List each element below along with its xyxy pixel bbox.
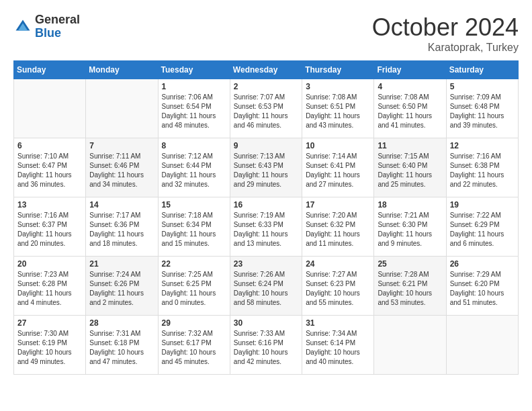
day-number: 30 xyxy=(234,318,298,328)
day-header-monday: Monday xyxy=(86,61,158,79)
calendar-week-row: 27Sunrise: 7:30 AMSunset: 6:19 PMDayligh… xyxy=(14,316,519,375)
day-number: 10 xyxy=(306,141,370,150)
logo-text: General Blue xyxy=(35,13,80,40)
calendar-cell: 9Sunrise: 7:13 AMSunset: 6:43 PMDaylight… xyxy=(230,138,302,197)
day-header-friday: Friday xyxy=(374,61,446,79)
calendar-cell: 30Sunrise: 7:33 AMSunset: 6:16 PMDayligh… xyxy=(230,316,302,375)
day-number: 3 xyxy=(306,82,370,91)
calendar-cell: 12Sunrise: 7:16 AMSunset: 6:38 PMDayligh… xyxy=(446,138,518,197)
calendar-cell: 24Sunrise: 7:27 AMSunset: 6:23 PMDayligh… xyxy=(302,257,374,316)
day-detail: Sunrise: 7:16 AMSunset: 6:37 PMDaylight:… xyxy=(17,211,82,248)
day-detail: Sunrise: 7:30 AMSunset: 6:19 PMDaylight:… xyxy=(17,329,82,367)
calendar-cell: 21Sunrise: 7:24 AMSunset: 6:26 PMDayligh… xyxy=(86,257,158,316)
day-detail: Sunrise: 7:11 AMSunset: 6:46 PMDaylight:… xyxy=(89,152,154,189)
day-number: 1 xyxy=(162,82,226,91)
day-detail: Sunrise: 7:33 AMSunset: 6:16 PMDaylight:… xyxy=(234,329,298,367)
day-detail: Sunrise: 7:08 AMSunset: 6:51 PMDaylight:… xyxy=(306,93,370,130)
calendar-cell: 27Sunrise: 7:30 AMSunset: 6:19 PMDayligh… xyxy=(14,316,86,375)
calendar-cell: 15Sunrise: 7:18 AMSunset: 6:34 PMDayligh… xyxy=(158,197,230,257)
calendar-cell xyxy=(14,79,86,138)
calendar-cell: 23Sunrise: 7:26 AMSunset: 6:24 PMDayligh… xyxy=(230,257,302,316)
day-detail: Sunrise: 7:22 AMSunset: 6:29 PMDaylight:… xyxy=(450,211,515,248)
day-number: 15 xyxy=(162,200,226,210)
day-number: 28 xyxy=(89,318,154,328)
day-number: 7 xyxy=(89,141,154,150)
day-number: 13 xyxy=(17,200,82,210)
calendar-week-row: 1Sunrise: 7:06 AMSunset: 6:54 PMDaylight… xyxy=(14,79,519,138)
location-title: Karatoprak, Turkey xyxy=(372,42,519,54)
calendar-cell xyxy=(86,79,158,138)
month-title: October 2024 xyxy=(372,13,519,42)
day-detail: Sunrise: 7:10 AMSunset: 6:47 PMDaylight:… xyxy=(17,152,82,189)
day-number: 8 xyxy=(162,141,226,150)
day-detail: Sunrise: 7:24 AMSunset: 6:26 PMDaylight:… xyxy=(89,270,154,308)
day-detail: Sunrise: 7:21 AMSunset: 6:30 PMDaylight:… xyxy=(378,211,442,248)
day-detail: Sunrise: 7:27 AMSunset: 6:23 PMDaylight:… xyxy=(306,270,370,308)
calendar-cell: 11Sunrise: 7:15 AMSunset: 6:40 PMDayligh… xyxy=(374,138,446,197)
calendar-header-row: SundayMondayTuesdayWednesdayThursdayFrid… xyxy=(14,61,519,79)
day-detail: Sunrise: 7:16 AMSunset: 6:38 PMDaylight:… xyxy=(450,152,515,189)
day-number: 2 xyxy=(234,82,298,91)
day-number: 18 xyxy=(378,200,442,210)
day-number: 22 xyxy=(162,259,226,269)
calendar-cell: 10Sunrise: 7:14 AMSunset: 6:41 PMDayligh… xyxy=(302,138,374,197)
day-detail: Sunrise: 7:25 AMSunset: 6:25 PMDaylight:… xyxy=(162,270,226,308)
logo: General Blue xyxy=(13,13,80,40)
day-detail: Sunrise: 7:20 AMSunset: 6:32 PMDaylight:… xyxy=(306,211,370,248)
day-number: 24 xyxy=(306,259,370,269)
calendar-cell: 1Sunrise: 7:06 AMSunset: 6:54 PMDaylight… xyxy=(158,79,230,138)
day-detail: Sunrise: 7:28 AMSunset: 6:21 PMDaylight:… xyxy=(378,270,442,308)
calendar-cell: 14Sunrise: 7:17 AMSunset: 6:36 PMDayligh… xyxy=(86,197,158,257)
calendar-cell: 6Sunrise: 7:10 AMSunset: 6:47 PMDaylight… xyxy=(14,138,86,197)
day-detail: Sunrise: 7:19 AMSunset: 6:33 PMDaylight:… xyxy=(234,211,298,248)
day-number: 6 xyxy=(17,141,82,150)
logo-blue-text: Blue xyxy=(35,27,80,40)
calendar-cell: 20Sunrise: 7:23 AMSunset: 6:28 PMDayligh… xyxy=(14,257,86,316)
day-detail: Sunrise: 7:08 AMSunset: 6:50 PMDaylight:… xyxy=(378,93,442,130)
day-detail: Sunrise: 7:12 AMSunset: 6:44 PMDaylight:… xyxy=(162,152,226,189)
day-header-wednesday: Wednesday xyxy=(230,61,302,79)
calendar-cell: 18Sunrise: 7:21 AMSunset: 6:30 PMDayligh… xyxy=(374,197,446,257)
day-detail: Sunrise: 7:34 AMSunset: 6:14 PMDaylight:… xyxy=(306,329,370,367)
calendar-cell: 29Sunrise: 7:32 AMSunset: 6:17 PMDayligh… xyxy=(158,316,230,375)
day-number: 29 xyxy=(162,318,226,328)
day-number: 5 xyxy=(450,82,515,91)
calendar-cell: 4Sunrise: 7:08 AMSunset: 6:50 PMDaylight… xyxy=(374,79,446,138)
calendar-cell: 2Sunrise: 7:07 AMSunset: 6:53 PMDaylight… xyxy=(230,79,302,138)
logo-general-text: General xyxy=(35,13,80,27)
day-number: 4 xyxy=(378,82,442,91)
day-detail: Sunrise: 7:07 AMSunset: 6:53 PMDaylight:… xyxy=(234,93,298,130)
day-detail: Sunrise: 7:32 AMSunset: 6:17 PMDaylight:… xyxy=(162,329,226,367)
calendar-cell: 31Sunrise: 7:34 AMSunset: 6:14 PMDayligh… xyxy=(302,316,374,375)
calendar-table: SundayMondayTuesdayWednesdayThursdayFrid… xyxy=(13,60,519,375)
day-detail: Sunrise: 7:23 AMSunset: 6:28 PMDaylight:… xyxy=(17,270,82,308)
day-header-saturday: Saturday xyxy=(446,61,518,79)
day-header-sunday: Sunday xyxy=(14,61,86,79)
calendar-cell: 5Sunrise: 7:09 AMSunset: 6:48 PMDaylight… xyxy=(446,79,518,138)
calendar-week-row: 6Sunrise: 7:10 AMSunset: 6:47 PMDaylight… xyxy=(14,138,519,197)
calendar-cell: 8Sunrise: 7:12 AMSunset: 6:44 PMDaylight… xyxy=(158,138,230,197)
day-number: 31 xyxy=(306,318,370,328)
calendar-cell xyxy=(446,316,518,375)
day-number: 25 xyxy=(378,259,442,269)
logo-icon xyxy=(13,17,32,36)
day-detail: Sunrise: 7:06 AMSunset: 6:54 PMDaylight:… xyxy=(162,93,226,130)
calendar-week-row: 13Sunrise: 7:16 AMSunset: 6:37 PMDayligh… xyxy=(14,197,519,257)
calendar-cell: 7Sunrise: 7:11 AMSunset: 6:46 PMDaylight… xyxy=(86,138,158,197)
day-detail: Sunrise: 7:15 AMSunset: 6:40 PMDaylight:… xyxy=(378,152,442,189)
day-number: 26 xyxy=(450,259,515,269)
day-number: 11 xyxy=(378,141,442,150)
day-number: 14 xyxy=(89,200,154,210)
calendar-cell: 28Sunrise: 7:31 AMSunset: 6:18 PMDayligh… xyxy=(86,316,158,375)
title-block: October 2024 Karatoprak, Turkey xyxy=(372,13,519,54)
day-number: 27 xyxy=(17,318,82,328)
calendar-cell: 17Sunrise: 7:20 AMSunset: 6:32 PMDayligh… xyxy=(302,197,374,257)
day-detail: Sunrise: 7:17 AMSunset: 6:36 PMDaylight:… xyxy=(89,211,154,248)
day-number: 21 xyxy=(89,259,154,269)
calendar-cell: 13Sunrise: 7:16 AMSunset: 6:37 PMDayligh… xyxy=(14,197,86,257)
day-number: 9 xyxy=(234,141,298,150)
day-number: 23 xyxy=(234,259,298,269)
day-number: 20 xyxy=(17,259,82,269)
day-detail: Sunrise: 7:18 AMSunset: 6:34 PMDaylight:… xyxy=(162,211,226,248)
day-detail: Sunrise: 7:29 AMSunset: 6:20 PMDaylight:… xyxy=(450,270,515,308)
